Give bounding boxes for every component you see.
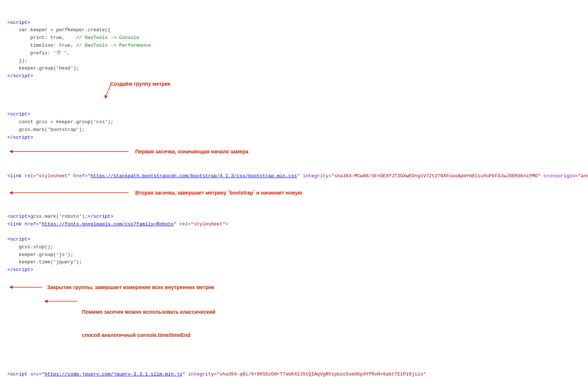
arrow-1: [104, 84, 115, 99]
arrow-5: [42, 296, 79, 307]
code-viewer: <script> var keeper = perfKeeper.create(…: [0, 0, 588, 377]
code-block-1: <script> var keeper = perfKeeper.create(…: [7, 20, 151, 79]
annotation-5: Помимо засечек можно использовать класси…: [82, 293, 215, 355]
arrow-2: [7, 148, 132, 155]
svg-line-0: [105, 84, 111, 97]
annotation-3: Вторая засечка, завершает метрику `boots…: [135, 189, 302, 197]
annotation-1: Создаём группу метрик: [110, 80, 171, 88]
code-block-4: <script>gcss.mark('roboto');</script> <l…: [7, 214, 228, 273]
code-block-2: <script> const gcss = keeper.group('css'…: [7, 111, 114, 140]
annotation-4: Закрытие группы, завершает измерение все…: [47, 283, 214, 291]
code-block-3: <link rel="stylesheet" href="https://sta…: [7, 173, 588, 179]
code-block-5: <script src="https://code.jquery.com/jqu…: [7, 371, 588, 377]
arrow-3: [7, 189, 132, 196]
arrow-4: [7, 284, 44, 291]
annotation-2: Первая засечка, означающая начало замера: [135, 147, 248, 156]
